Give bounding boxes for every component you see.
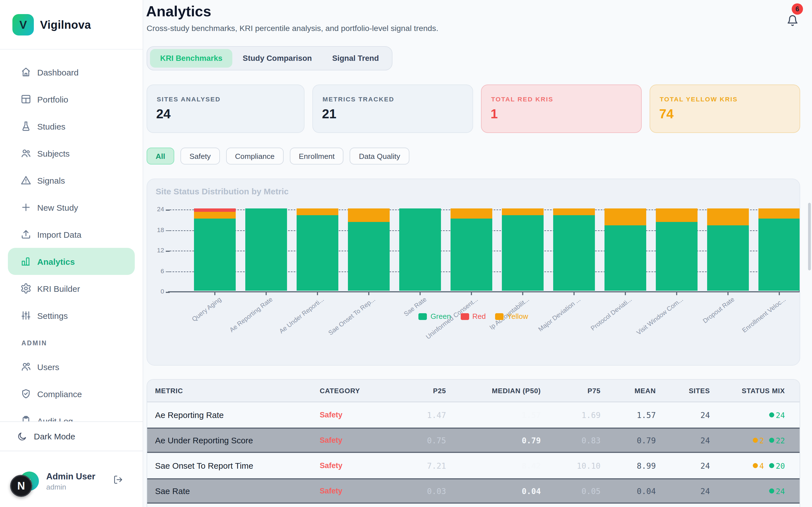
scrollbar-thumb[interactable] <box>808 203 811 270</box>
user-profile: A N Admin User admin <box>0 451 143 507</box>
bar-segment-green[interactable] <box>502 215 544 291</box>
sidebar-item-label: Studies <box>37 121 65 131</box>
bar-segment-yellow[interactable] <box>553 209 595 215</box>
bar-protocol-deviati <box>605 209 646 291</box>
x-axis-tick <box>471 292 472 295</box>
bar-segment-green[interactable] <box>656 222 698 291</box>
stat-cards: SITES ANALYSED24METRICS TRACKED21TOTAL R… <box>147 84 800 133</box>
p75-value: 0.05 <box>541 487 601 496</box>
status-mix-green: 24 <box>769 410 785 419</box>
y-axis-tick-label: 12 <box>149 247 164 253</box>
bar-segment-yellow[interactable] <box>451 209 492 219</box>
sites-value: 24 <box>656 410 710 419</box>
tab-signal-trend[interactable]: Signal Trend <box>322 49 389 68</box>
status-mix-cell: 222 <box>710 436 800 445</box>
bar-sae-onset-to-rep <box>348 209 390 291</box>
sidebar-item-analytics[interactable]: Analytics <box>8 248 135 275</box>
flask-icon <box>20 121 32 132</box>
bar-segment-green[interactable] <box>399 209 441 291</box>
tab-kri-benchmarks[interactable]: KRI Benchmarks <box>150 49 233 68</box>
sidebar-item-compliance[interactable]: Compliance <box>8 380 135 407</box>
filter-enrollment[interactable]: Enrollment <box>290 148 344 165</box>
bar-segment-green[interactable] <box>194 219 236 291</box>
sidebar-item-kri-builder[interactable]: KRI Builder <box>8 275 135 302</box>
sites-value: 24 <box>656 487 710 496</box>
bar-segment-yellow[interactable] <box>758 209 800 219</box>
filter-all[interactable]: All <box>147 148 174 165</box>
bar-segment-yellow[interactable] <box>348 209 390 222</box>
dark-mode-toggle[interactable]: Dark Mode <box>0 422 143 451</box>
bar-segment-green[interactable] <box>245 209 287 291</box>
bar-segment-yellow[interactable] <box>707 209 749 226</box>
logout-icon[interactable] <box>113 475 123 485</box>
stat-card-value: 1 <box>491 107 498 122</box>
column-header-sites: SITES <box>656 387 710 395</box>
moon-icon <box>17 431 27 441</box>
bar-segment-yellow[interactable] <box>194 212 236 219</box>
p75-value: 1.69 <box>541 410 601 419</box>
sidebar-item-signals[interactable]: Signals <box>8 167 135 194</box>
legend-item-yellow[interactable]: Yellow <box>495 312 528 321</box>
stat-card-value: 24 <box>156 107 170 122</box>
bar-segment-green[interactable] <box>553 215 595 291</box>
stat-card-metrics-tracked: METRICS TRACKED21 <box>312 84 473 133</box>
p25-value: 0.03 <box>390 487 446 496</box>
shield-check-icon <box>20 388 32 399</box>
table-row: Ae Under Reporting ScoreSafety0.750.790.… <box>147 428 800 453</box>
metric-category: Safety <box>316 436 390 445</box>
bar-segment-green[interactable] <box>297 215 338 291</box>
brand-header: V Vigilnova <box>0 0 143 50</box>
filter-data-quality[interactable]: Data Quality <box>350 148 409 165</box>
bar-segment-green[interactable] <box>348 222 390 291</box>
plus-icon <box>20 202 32 213</box>
y-axis-tick-label: 6 <box>149 267 164 274</box>
bar-segment-yellow[interactable] <box>605 209 646 226</box>
bar-segment-green[interactable] <box>707 226 749 291</box>
x-axis-tick <box>522 292 523 295</box>
status-dot-green <box>769 489 774 494</box>
bar-dropout-rate <box>707 209 749 291</box>
sidebar-item-label: Analytics <box>37 257 75 266</box>
admin-section-label: ADMIN <box>21 336 143 350</box>
filter-compliance[interactable]: Compliance <box>226 148 283 165</box>
bar-segment-yellow[interactable] <box>297 209 338 215</box>
notification-count-badge: 6 <box>792 3 803 15</box>
sidebar-item-studies[interactable]: Studies <box>8 113 135 140</box>
sidebar-item-dashboard[interactable]: Dashboard <box>8 59 135 86</box>
y-axis-tick <box>166 210 170 210</box>
sidebar-item-import-data[interactable]: Import Data <box>8 221 135 248</box>
legend-item-red[interactable]: Red <box>460 312 486 321</box>
sidebar-item-new-study[interactable]: New Study <box>8 194 135 221</box>
sidebar-item-label: Dashboard <box>37 67 79 77</box>
legend-item-green[interactable]: Green <box>419 312 451 321</box>
people-icon <box>20 148 32 159</box>
bar-segment-green[interactable] <box>451 219 492 291</box>
sidebar-item-settings[interactable]: Settings <box>8 302 135 329</box>
y-axis-tick <box>166 271 170 272</box>
sidebar-item-portfolio[interactable]: Portfolio <box>8 86 135 113</box>
bar-segment-green[interactable] <box>758 219 800 291</box>
notifications-button[interactable]: 6 <box>785 3 806 27</box>
status-count: 20 <box>776 461 785 470</box>
sidebar-item-label: Portfolio <box>37 94 68 104</box>
tab-study-comparison[interactable]: Study Comparison <box>233 49 322 68</box>
bar-segment-yellow[interactable] <box>502 209 544 215</box>
sidebar-item-subjects[interactable]: Subjects <box>8 140 135 167</box>
table-row: Ae Reporting RateSafety1.471.571.691.572… <box>147 402 800 428</box>
stat-card-label: SITES ANALYSED <box>157 96 221 103</box>
filter-safety[interactable]: Safety <box>181 148 220 165</box>
status-mix-cell: 420 <box>710 461 800 470</box>
column-header-mean: MEAN <box>601 387 656 395</box>
bar-ae-under-reporti <box>297 209 338 291</box>
table-header-row: METRICCATEGORYP25MEDIAN (P50)P75MEANSITE… <box>147 380 800 402</box>
nextjs-dev-badge[interactable]: N <box>10 475 32 497</box>
status-dot-green <box>769 438 774 443</box>
metric-category: Safety <box>316 411 390 419</box>
bar-segment-yellow[interactable] <box>656 209 698 222</box>
bar-segment-red[interactable] <box>194 209 236 212</box>
bar-segment-green[interactable] <box>605 226 646 291</box>
column-header-status-mix: STATUS MIX <box>710 387 800 395</box>
stat-card-total-yellow-kris: TOTAL YELLOW KRIS74 <box>650 84 800 133</box>
y-axis-tick-label: 24 <box>149 206 164 212</box>
sidebar-item-users[interactable]: Users <box>8 353 135 380</box>
